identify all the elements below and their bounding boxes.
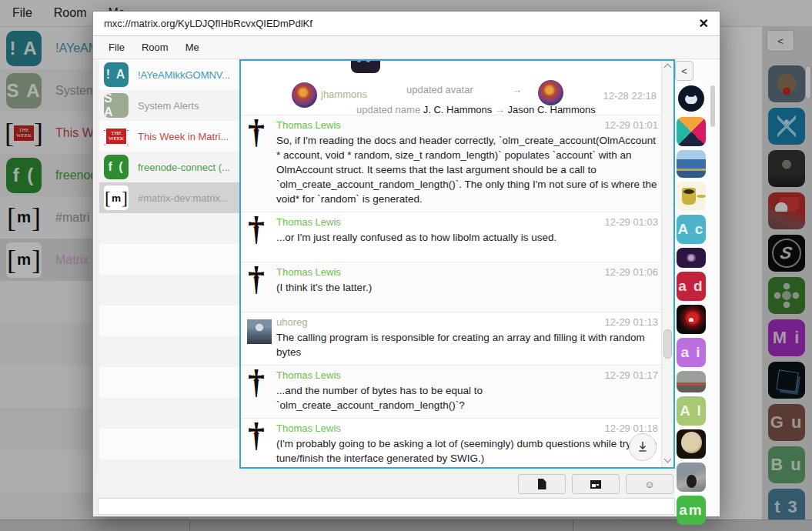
am-letter-avatar[interactable]: am xyxy=(677,496,706,525)
landscape-photo-avatar xyxy=(677,371,706,392)
message: ✳† Thomas Lewis 12-29 01:01 So, if I'm r… xyxy=(241,115,663,212)
diamond-pattern-avatar xyxy=(677,117,706,146)
plush-dog-avatar[interactable] xyxy=(677,429,706,459)
close-icon[interactable]: ✕ xyxy=(699,16,709,31)
chat-timeline[interactable]: jhammons updated avatar → 12-28 22:18 up… xyxy=(239,59,675,469)
coffee-mug-avatar[interactable] xyxy=(677,182,706,211)
jhammons-new-avatar xyxy=(538,80,563,105)
scroll-to-bottom-button[interactable] xyxy=(629,433,657,461)
dialog-member-rail: < A ca da iA lam xyxy=(675,59,720,516)
document-icon xyxy=(538,479,546,489)
room-list-item[interactable]: f ( freenode-connect (... xyxy=(99,152,239,182)
dialog-menu-file[interactable]: File xyxy=(109,42,125,53)
room-list-item[interactable]: ! A !AYeAMikkGOMNV... xyxy=(99,59,239,90)
room-avatar: S A xyxy=(104,93,129,118)
emoji-button[interactable]: ☺ xyxy=(626,474,673,494)
attach-image-button[interactable] xyxy=(572,474,620,494)
landscape-photo-avatar[interactable] xyxy=(677,371,706,392)
ac-letter-avatar[interactable]: A c xyxy=(677,215,706,244)
ai-letter-avatar: a i xyxy=(677,338,706,367)
room-avatar-frame: f ( xyxy=(104,155,129,179)
screen: File Room Me ! A !AYeAM S A System [THEW… xyxy=(0,0,812,531)
chat-scrollbar[interactable] xyxy=(661,61,673,467)
message-avatar: ✳† xyxy=(244,266,276,306)
room-avatar: f ( xyxy=(104,155,129,179)
event-line2-label: updated name xyxy=(356,104,420,115)
dialog-title-bar[interactable]: mxc://matrix.org/KyLDJQfIHbRcvxQIEDmPdlK… xyxy=(93,12,720,36)
chat-scrollbar-thumb[interactable] xyxy=(663,329,672,359)
event-author: jhammons xyxy=(321,88,367,100)
al-letter-avatar: A l xyxy=(677,396,706,426)
message-timestamp: 12-29 01:06 xyxy=(605,266,658,278)
message-timestamp: 12-29 01:01 xyxy=(605,119,658,131)
message-author: Thomas Lewis xyxy=(276,369,341,381)
message-author: Thomas Lewis xyxy=(276,216,341,228)
image-icon xyxy=(590,480,601,489)
am-letter-avatar: am xyxy=(677,496,706,525)
message-timestamp: 12-29 01:13 xyxy=(605,316,658,328)
arrow-down-to-line-icon xyxy=(637,441,649,453)
state-event-row: jhammons updated avatar → 12-28 22:18 up… xyxy=(241,68,661,116)
event-old-name: J. C. Hammons xyxy=(423,104,493,115)
room-avatar: ! A xyxy=(104,62,129,87)
message-timestamp: 12-29 01:03 xyxy=(605,216,658,228)
dialog-menu-room[interactable]: Room xyxy=(142,42,169,53)
scroll-down-icon[interactable] xyxy=(664,456,672,463)
room-list-item[interactable]: [THEWEEK] This Week in Matri... xyxy=(99,121,239,152)
al-letter-avatar[interactable]: A l xyxy=(677,396,706,426)
cross-avatar: ✳† xyxy=(244,216,270,256)
room-avatar-frame: [THEWEEK] xyxy=(104,124,129,149)
scream-painting-avatar[interactable] xyxy=(677,463,706,492)
dialog-toolbar: ☺ xyxy=(98,472,675,496)
chevron-left-icon: < xyxy=(681,65,687,77)
room-list-item[interactable]: S A System Alerts xyxy=(99,90,239,121)
dialog-menu-me[interactable]: Me xyxy=(185,42,199,53)
demon-face-avatar[interactable] xyxy=(677,305,706,334)
event-new-name: Jason C. Hammons xyxy=(508,104,596,115)
message-timestamp: 12-29 01:17 xyxy=(605,369,658,381)
message-text: ...and the number of bytes has to be equ… xyxy=(276,383,658,412)
scroll-up-icon[interactable] xyxy=(664,64,672,72)
arrow-right-icon: → xyxy=(512,84,522,95)
room-label: This Week in Matri... xyxy=(138,131,229,142)
message-avatar: ✳† xyxy=(244,119,276,206)
ad-letter-avatar[interactable]: a d xyxy=(677,272,706,301)
cross-avatar: ✳† xyxy=(244,422,270,463)
scream-painting-avatar xyxy=(677,463,706,492)
purple-banner-avatar xyxy=(677,248,706,268)
ai-letter-avatar[interactable]: a i xyxy=(677,338,706,367)
attach-file-button[interactable] xyxy=(518,474,566,494)
message-avatar: ✳† xyxy=(244,216,276,256)
uhoreg-avatar xyxy=(247,319,272,344)
plush-dog-avatar xyxy=(677,429,706,459)
room-avatar-frame: ! A xyxy=(104,62,129,87)
cross-avatar: ✳† xyxy=(244,119,270,159)
diamond-pattern-avatar[interactable] xyxy=(677,117,706,146)
message-avatar xyxy=(244,316,276,359)
member-rail-scrollbar-thumb[interactable] xyxy=(710,85,715,127)
arrow-right-icon: → xyxy=(495,104,505,115)
message: ✳† Thomas Lewis 12-29 01:06 (I think it'… xyxy=(241,262,663,312)
message-author: uhoreg xyxy=(276,316,307,328)
room-label: System Alerts xyxy=(138,100,199,112)
ad-letter-avatar: a d xyxy=(677,272,706,301)
collapse-members-button[interactable]: < xyxy=(675,61,693,81)
seaplane-photo-avatar[interactable] xyxy=(677,150,706,178)
purple-banner-avatar[interactable] xyxy=(677,248,706,268)
message: ✳† Thomas Lewis 12-29 01:18 (I'm probabl… xyxy=(241,418,663,469)
github-octocat-avatar xyxy=(677,84,706,113)
room-avatar: [m] xyxy=(104,185,129,210)
ac-letter-avatar: A c xyxy=(677,215,706,244)
message-text: The calling program is responsible for c… xyxy=(276,330,658,359)
cross-avatar: ✳† xyxy=(244,266,270,306)
event-action: updated avatar xyxy=(406,84,473,95)
room-label: freenode-connect (... xyxy=(138,162,230,173)
coffee-mug-avatar xyxy=(677,182,706,211)
message-input[interactable] xyxy=(98,498,675,515)
room-label: !AYeAMikkGOMNV... xyxy=(138,69,230,81)
message: ✳† Thomas Lewis 12-29 01:03 ...or I'm ju… xyxy=(241,212,663,262)
message-text: So, if I'm reading the docs and header c… xyxy=(276,133,658,206)
github-octocat-avatar[interactable] xyxy=(677,84,706,113)
room-list-item[interactable]: [m] #matrix-dev:matrix... xyxy=(99,182,239,213)
message-author: Thomas Lewis xyxy=(276,119,341,131)
